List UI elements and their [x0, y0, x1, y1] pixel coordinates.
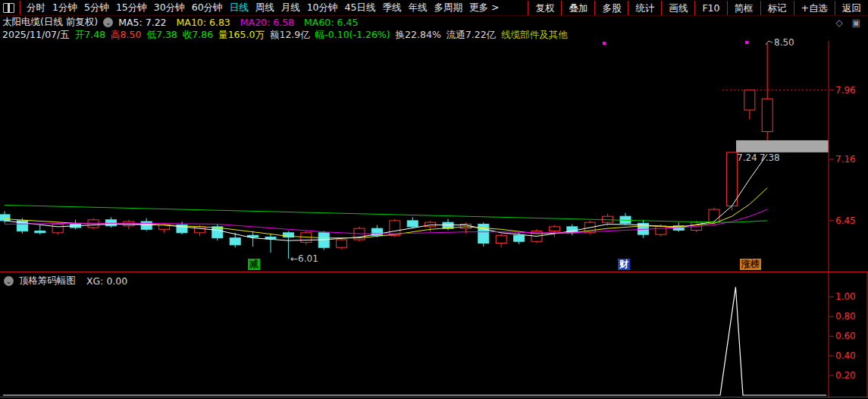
xg-signal-line	[3, 287, 826, 395]
event-badge-减[interactable]: 减	[248, 259, 260, 270]
marker-dot	[745, 41, 748, 44]
marker-dot	[603, 42, 606, 45]
price-axis-label: 7.16	[835, 155, 856, 164]
subchart-header: ⌄ 顶格筹码幅图 XG: 0.00	[0, 274, 868, 288]
gap-zone-bar	[736, 140, 829, 152]
indicator-axis-label: 0.20	[835, 371, 856, 380]
candlestick-chart[interactable]	[0, 0, 868, 399]
chevron-down-icon[interactable]: ⌄	[4, 276, 14, 286]
indicator-value: XG: 0.00	[86, 275, 127, 287]
ma60-line	[5, 205, 767, 222]
indicator-axis-label: 0.80	[835, 312, 856, 321]
ma10-line	[5, 188, 767, 238]
chart-layer: ⌄ 顶格筹码幅图 XG: 0.00 7.967.166.451.000.800.…	[0, 0, 868, 399]
app-window: 分时1分钟5分钟15分钟30分钟60分钟日线周线月线10分钟45日线季线年线多周…	[0, 0, 868, 399]
event-badge-财[interactable]: 财	[618, 259, 630, 270]
indicator-axis-label: 0.60	[835, 331, 856, 341]
ma20-line	[5, 209, 767, 234]
indicator-name: 顶格筹码幅图	[19, 275, 76, 287]
low-price-annotation: ←6.01	[290, 254, 318, 263]
ma5-line	[5, 154, 767, 240]
high-arrow	[766, 41, 772, 45]
high-price-annotation: 8.50	[774, 38, 794, 47]
price-axis-label: 7.96	[835, 86, 856, 95]
zone-price-left: 7.24	[737, 153, 757, 162]
price-axis-label: 6.45	[835, 216, 856, 225]
zone-price-right: 7.38	[760, 153, 780, 162]
indicator-axis-label: 0.40	[835, 351, 856, 360]
indicator-axis-label: 1.00	[835, 292, 856, 301]
event-badge-涨榜[interactable]: 涨榜	[740, 259, 761, 270]
